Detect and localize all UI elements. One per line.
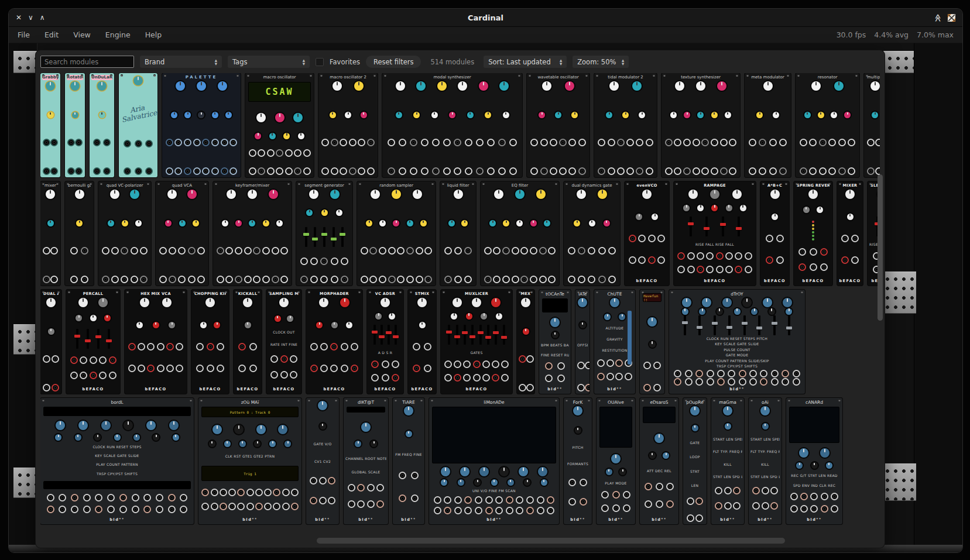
jack-icon[interactable] [831, 505, 838, 513]
jack-icon[interactable] [399, 139, 406, 146]
jack-icon[interactable] [638, 256, 646, 264]
module-card-undular[interactable]: UnDuLaR [90, 73, 114, 177]
knob-icon[interactable] [448, 220, 455, 226]
jack-icon[interactable] [202, 139, 210, 146]
jack-icon[interactable] [253, 247, 261, 255]
jack-icon[interactable] [739, 370, 746, 377]
jack-icon[interactable] [578, 247, 585, 255]
knob-icon[interactable] [167, 190, 177, 199]
jack-icon[interactable] [598, 139, 605, 146]
jack-icon[interactable] [735, 266, 742, 273]
knob-icon[interactable] [580, 322, 586, 328]
jack-icon[interactable] [770, 487, 778, 494]
jack-icon[interactable] [588, 247, 595, 255]
jack-icon[interactable] [166, 343, 174, 351]
jack-icon[interactable] [454, 507, 462, 514]
jack-icon[interactable] [413, 365, 420, 372]
jack-icon[interactable] [270, 371, 278, 379]
jack-icon[interactable] [550, 139, 557, 146]
jack-icon[interactable] [80, 356, 87, 364]
jack-icon[interactable] [121, 247, 128, 255]
jack-icon[interactable] [379, 276, 386, 283]
jack-icon[interactable] [493, 276, 501, 283]
sort-dropdown[interactable]: Sort: Last updated [484, 56, 567, 68]
jack-icon[interactable] [328, 497, 335, 504]
jack-icon[interactable] [280, 276, 288, 283]
jack-icon[interactable] [340, 139, 347, 146]
menu-view[interactable]: View [73, 30, 91, 39]
knob-icon[interactable] [255, 133, 261, 139]
jack-icon[interactable] [745, 252, 752, 260]
knob-icon[interactable] [740, 205, 746, 211]
knob-icon[interactable] [263, 220, 269, 226]
knob-icon[interactable] [696, 81, 705, 91]
jack-icon[interactable] [273, 503, 280, 510]
jack-icon[interactable] [258, 149, 265, 157]
jack-icon[interactable] [653, 384, 661, 391]
jack-icon[interactable] [464, 247, 472, 255]
knob-icon[interactable] [104, 315, 111, 321]
knob-icon[interactable] [136, 322, 143, 328]
knob-icon[interactable] [458, 81, 467, 91]
jack-icon[interactable] [867, 167, 875, 175]
jack-icon[interactable] [588, 276, 595, 283]
jack-icon[interactable] [272, 276, 279, 283]
knob-icon[interactable] [550, 318, 560, 327]
jack-icon[interactable] [444, 374, 452, 382]
jack-icon[interactable] [348, 484, 355, 492]
slider-icon[interactable] [97, 329, 100, 349]
jack-icon[interactable] [382, 360, 389, 368]
jack-icon[interactable] [851, 235, 859, 242]
slider-handle[interactable] [393, 335, 399, 338]
jack-icon[interactable] [693, 139, 700, 146]
menu-file[interactable]: File [18, 30, 30, 39]
jack-icon[interactable] [701, 167, 709, 175]
knob-icon[interactable] [609, 81, 619, 91]
knob-icon[interactable] [46, 81, 55, 91]
jack-icon[interactable] [821, 505, 828, 513]
knob-icon[interactable] [472, 298, 481, 307]
module-card-ouaive[interactable]: OUAIvePLAY MODEbId°° [597, 398, 635, 524]
jack-icon[interactable] [369, 276, 377, 283]
slider-handle[interactable] [697, 326, 702, 329]
jack-icon[interactable] [530, 139, 538, 146]
knob-icon[interactable] [287, 315, 293, 322]
knob-icon[interactable] [808, 190, 818, 199]
module-card-evenvco[interactable]: evenVCObEFACO [625, 181, 669, 286]
jack-icon[interactable] [617, 139, 625, 146]
jack-icon[interactable] [75, 167, 83, 175]
knob-icon[interactable] [697, 112, 704, 118]
jack-icon[interactable] [838, 167, 846, 175]
module-card-dtroy[interactable]: dTrOYCLOCK RUN RESET STEPS PITCHKEY SCAL… [669, 290, 805, 394]
knob-icon[interactable] [417, 298, 427, 307]
knob-icon[interactable] [354, 81, 364, 91]
jack-icon[interactable] [559, 167, 567, 175]
jack-icon[interactable] [539, 276, 547, 283]
knob-icon[interactable] [451, 313, 457, 319]
jack-icon[interactable] [724, 502, 732, 510]
jack-icon[interactable] [434, 507, 441, 514]
jack-icon[interactable] [707, 370, 714, 377]
jack-icon[interactable] [769, 139, 777, 146]
jack-icon[interactable] [598, 247, 606, 255]
jack-icon[interactable] [201, 503, 209, 510]
jack-icon[interactable] [720, 139, 728, 146]
knob-icon[interactable] [90, 315, 97, 321]
jack-icon[interactable] [111, 276, 119, 283]
knob-icon[interactable] [234, 425, 244, 434]
jack-icon[interactable] [548, 276, 556, 283]
close-button[interactable]: ✕ [16, 13, 22, 22]
jack-icon[interactable] [819, 167, 827, 175]
jack-icon[interactable] [178, 247, 186, 255]
knob-icon[interactable] [153, 434, 159, 441]
jack-icon[interactable] [331, 276, 338, 283]
slider-handle[interactable] [485, 336, 491, 339]
jack-icon[interactable] [810, 248, 817, 256]
knob-icon[interactable] [682, 298, 691, 307]
slider-handle[interactable] [331, 238, 337, 241]
jack-icon[interactable] [379, 247, 386, 255]
jack-icon[interactable] [475, 496, 482, 504]
jack-icon[interactable] [220, 503, 227, 510]
jack-icon[interactable] [70, 276, 78, 283]
knob-icon[interactable] [169, 421, 179, 430]
